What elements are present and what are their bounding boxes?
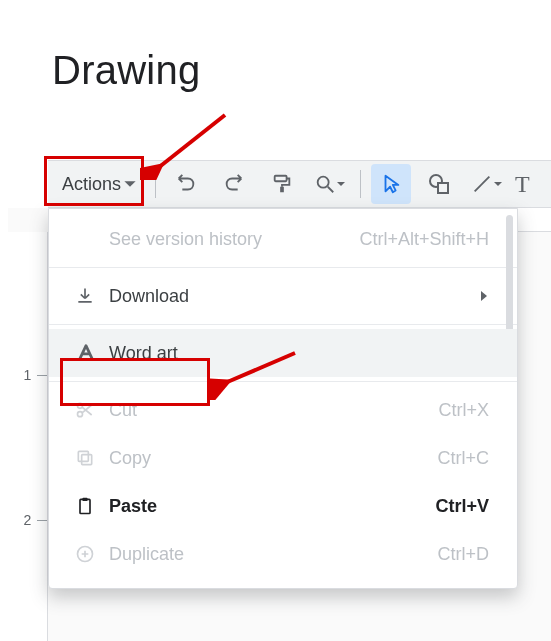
line-tool-button[interactable] [467, 164, 507, 204]
svg-rect-5 [438, 183, 448, 193]
menu-item-cut: Cut Ctrl+X [49, 386, 517, 434]
actions-dropdown-menu: See version history Ctrl+Alt+Shift+H Dow… [48, 208, 518, 589]
download-icon [75, 286, 109, 306]
svg-point-2 [318, 177, 329, 188]
toolbar-separator [360, 170, 361, 198]
menu-shortcut: Ctrl+C [437, 448, 489, 469]
menu-label: Cut [109, 400, 438, 421]
svg-rect-1 [280, 187, 284, 193]
svg-rect-0 [275, 176, 287, 182]
menu-item-word-art[interactable]: Word art [49, 329, 517, 377]
clipboard-icon [75, 495, 109, 517]
menu-divider [49, 267, 517, 268]
actions-button[interactable]: Actions [48, 161, 149, 207]
menu-divider [49, 381, 517, 382]
zoom-button[interactable] [310, 164, 350, 204]
menu-shortcut: Ctrl+Alt+Shift+H [359, 229, 489, 250]
toolbar-separator [155, 170, 156, 198]
word-art-icon [75, 342, 109, 364]
svg-rect-9 [82, 455, 92, 465]
menu-label: Copy [109, 448, 437, 469]
menu-item-paste[interactable]: Paste Ctrl+V [49, 482, 517, 530]
menu-label: Download [109, 286, 479, 307]
undo-button[interactable] [166, 164, 206, 204]
menu-label: Word art [109, 343, 489, 364]
copy-icon [75, 448, 109, 468]
text-icon: T [515, 171, 530, 198]
ruler-label: 1 [24, 367, 32, 383]
toolbar: Actions T [48, 160, 551, 208]
menu-item-copy: Copy Ctrl+C [49, 434, 517, 482]
menu-shortcut: Ctrl+D [437, 544, 489, 565]
paint-format-button[interactable] [262, 164, 302, 204]
shape-tool-button[interactable] [419, 164, 459, 204]
menu-shortcut: Ctrl+V [435, 496, 489, 517]
select-tool-button[interactable] [371, 164, 411, 204]
dialog-title: Drawing [52, 48, 200, 93]
submenu-arrow-icon [479, 290, 489, 302]
dropdown-caret-icon [336, 179, 346, 189]
cursor-icon [380, 173, 402, 195]
paint-roller-icon [271, 173, 293, 195]
dropdown-caret-icon [123, 177, 137, 191]
redo-button[interactable] [214, 164, 254, 204]
menu-label: See version history [109, 229, 359, 250]
svg-line-3 [328, 187, 334, 193]
svg-rect-10 [78, 451, 88, 461]
actions-label: Actions [62, 174, 121, 195]
menu-label: Duplicate [109, 544, 437, 565]
menu-divider [49, 324, 517, 325]
menu-item-version-history: See version history Ctrl+Alt+Shift+H [49, 215, 517, 263]
menu-item-download[interactable]: Download [49, 272, 517, 320]
menu-shortcut: Ctrl+X [438, 400, 489, 421]
line-icon [471, 173, 493, 195]
scissors-icon [75, 400, 109, 420]
undo-icon [175, 173, 197, 195]
shape-icon [427, 172, 451, 196]
text-tool-button[interactable]: T [515, 164, 535, 204]
ruler-label: 2 [24, 512, 32, 528]
zoom-icon [314, 173, 336, 195]
svg-rect-11 [80, 499, 90, 513]
ruler-vertical: 1 2 [8, 232, 48, 641]
svg-line-6 [475, 177, 490, 192]
dropdown-caret-icon [493, 179, 503, 189]
menu-item-duplicate: Duplicate Ctrl+D [49, 530, 517, 578]
svg-rect-12 [83, 498, 88, 501]
menu-label: Paste [109, 496, 435, 517]
duplicate-icon [75, 544, 109, 564]
redo-icon [223, 173, 245, 195]
